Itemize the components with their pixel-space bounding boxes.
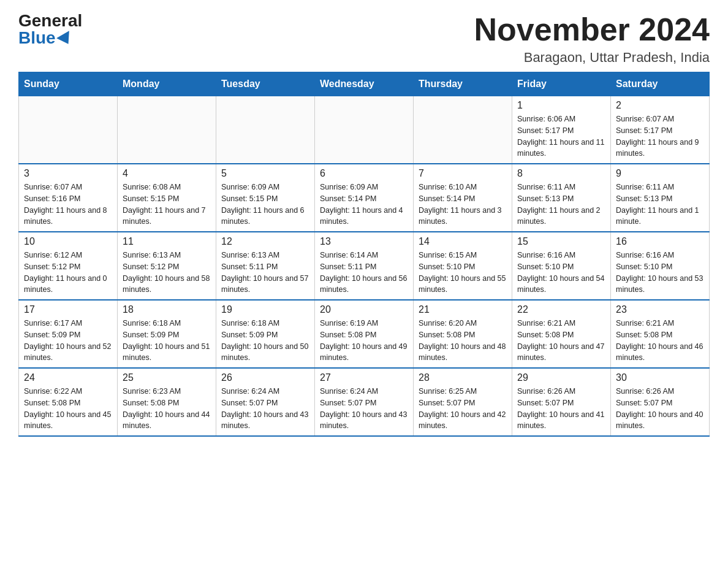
day-info: Sunrise: 6:24 AMSunset: 5:07 PMDaylight:…	[221, 386, 309, 432]
day-info: Sunrise: 6:09 AMSunset: 5:14 PMDaylight:…	[320, 182, 408, 228]
day-number: 26	[221, 372, 309, 383]
logo-general-text: General	[18, 12, 82, 29]
calendar-cell: 20Sunrise: 6:19 AMSunset: 5:08 PMDayligh…	[315, 300, 414, 368]
day-number: 18	[123, 304, 211, 315]
calendar-week-row: 10Sunrise: 6:12 AMSunset: 5:12 PMDayligh…	[19, 232, 710, 300]
calendar-cell	[315, 96, 414, 164]
calendar-cell: 13Sunrise: 6:14 AMSunset: 5:11 PMDayligh…	[315, 232, 414, 300]
calendar-cell: 24Sunrise: 6:22 AMSunset: 5:08 PMDayligh…	[19, 368, 118, 436]
calendar-week-row: 3Sunrise: 6:07 AMSunset: 5:16 PMDaylight…	[19, 164, 710, 232]
day-number: 3	[24, 168, 112, 179]
day-number: 13	[320, 236, 408, 247]
day-info: Sunrise: 6:13 AMSunset: 5:11 PMDaylight:…	[221, 250, 309, 296]
calendar-cell: 12Sunrise: 6:13 AMSunset: 5:11 PMDayligh…	[216, 232, 315, 300]
calendar-cell: 21Sunrise: 6:20 AMSunset: 5:08 PMDayligh…	[414, 300, 512, 368]
day-number: 14	[419, 236, 507, 247]
day-info: Sunrise: 6:26 AMSunset: 5:07 PMDaylight:…	[517, 386, 605, 432]
calendar-cell: 4Sunrise: 6:08 AMSunset: 5:15 PMDaylight…	[118, 164, 216, 232]
calendar-cell	[19, 96, 118, 164]
calendar-cell: 7Sunrise: 6:10 AMSunset: 5:14 PMDaylight…	[414, 164, 512, 232]
day-info: Sunrise: 6:23 AMSunset: 5:08 PMDaylight:…	[123, 386, 211, 432]
calendar-week-row: 1Sunrise: 6:06 AMSunset: 5:17 PMDaylight…	[19, 96, 710, 164]
day-info: Sunrise: 6:25 AMSunset: 5:07 PMDaylight:…	[419, 386, 507, 432]
calendar-cell: 14Sunrise: 6:15 AMSunset: 5:10 PMDayligh…	[414, 232, 512, 300]
day-number: 8	[517, 168, 605, 179]
day-number: 7	[419, 168, 507, 179]
day-number: 17	[24, 304, 112, 315]
day-number: 16	[616, 236, 704, 247]
weekday-header-monday: Monday	[118, 72, 216, 96]
calendar-cell: 18Sunrise: 6:18 AMSunset: 5:09 PMDayligh…	[118, 300, 216, 368]
day-number: 9	[616, 168, 704, 179]
calendar-cell: 30Sunrise: 6:26 AMSunset: 5:07 PMDayligh…	[611, 368, 710, 436]
day-info: Sunrise: 6:09 AMSunset: 5:15 PMDaylight:…	[221, 182, 309, 228]
day-info: Sunrise: 6:11 AMSunset: 5:13 PMDaylight:…	[616, 182, 704, 228]
calendar-week-row: 24Sunrise: 6:22 AMSunset: 5:08 PMDayligh…	[19, 368, 710, 436]
calendar-cell: 5Sunrise: 6:09 AMSunset: 5:15 PMDaylight…	[216, 164, 315, 232]
day-info: Sunrise: 6:10 AMSunset: 5:14 PMDaylight:…	[419, 182, 507, 228]
calendar-cell: 16Sunrise: 6:16 AMSunset: 5:10 PMDayligh…	[611, 232, 710, 300]
day-number: 2	[616, 100, 704, 111]
day-number: 19	[221, 304, 309, 315]
day-info: Sunrise: 6:22 AMSunset: 5:08 PMDaylight:…	[24, 386, 112, 432]
weekday-header-tuesday: Tuesday	[216, 72, 315, 96]
weekday-header-sunday: Sunday	[19, 72, 118, 96]
calendar-cell: 15Sunrise: 6:16 AMSunset: 5:10 PMDayligh…	[512, 232, 611, 300]
calendar-cell: 17Sunrise: 6:17 AMSunset: 5:09 PMDayligh…	[19, 300, 118, 368]
calendar-cell: 19Sunrise: 6:18 AMSunset: 5:09 PMDayligh…	[216, 300, 315, 368]
calendar-table: SundayMondayTuesdayWednesdayThursdayFrid…	[18, 72, 710, 437]
day-info: Sunrise: 6:11 AMSunset: 5:13 PMDaylight:…	[517, 182, 605, 228]
day-number: 25	[123, 372, 211, 383]
day-info: Sunrise: 6:19 AMSunset: 5:08 PMDaylight:…	[320, 318, 408, 364]
day-number: 21	[419, 304, 507, 315]
weekday-header-saturday: Saturday	[611, 72, 710, 96]
day-info: Sunrise: 6:13 AMSunset: 5:12 PMDaylight:…	[123, 250, 211, 296]
day-number: 23	[616, 304, 704, 315]
calendar-cell: 6Sunrise: 6:09 AMSunset: 5:14 PMDaylight…	[315, 164, 414, 232]
day-number: 10	[24, 236, 112, 247]
day-number: 22	[517, 304, 605, 315]
weekday-header-wednesday: Wednesday	[315, 72, 414, 96]
calendar-cell: 22Sunrise: 6:21 AMSunset: 5:08 PMDayligh…	[512, 300, 611, 368]
day-info: Sunrise: 6:16 AMSunset: 5:10 PMDaylight:…	[517, 250, 605, 296]
day-number: 4	[123, 168, 211, 179]
calendar-cell	[414, 96, 512, 164]
calendar-cell: 10Sunrise: 6:12 AMSunset: 5:12 PMDayligh…	[19, 232, 118, 300]
day-info: Sunrise: 6:26 AMSunset: 5:07 PMDaylight:…	[616, 386, 704, 432]
day-number: 6	[320, 168, 408, 179]
page-subtitle: Baragaon, Uttar Pradesh, India	[474, 50, 710, 66]
calendar-cell: 11Sunrise: 6:13 AMSunset: 5:12 PMDayligh…	[118, 232, 216, 300]
day-number: 20	[320, 304, 408, 315]
day-number: 24	[24, 372, 112, 383]
day-number: 11	[123, 236, 211, 247]
calendar-cell: 2Sunrise: 6:07 AMSunset: 5:17 PMDaylight…	[611, 96, 710, 164]
day-number: 27	[320, 372, 408, 383]
logo-triangle-icon	[56, 31, 75, 48]
day-info: Sunrise: 6:07 AMSunset: 5:17 PMDaylight:…	[616, 113, 704, 159]
weekday-header-friday: Friday	[512, 72, 611, 96]
calendar-cell	[216, 96, 315, 164]
calendar-cell: 29Sunrise: 6:26 AMSunset: 5:07 PMDayligh…	[512, 368, 611, 436]
calendar-week-row: 17Sunrise: 6:17 AMSunset: 5:09 PMDayligh…	[19, 300, 710, 368]
calendar-cell	[118, 96, 216, 164]
calendar-cell: 1Sunrise: 6:06 AMSunset: 5:17 PMDaylight…	[512, 96, 611, 164]
day-info: Sunrise: 6:16 AMSunset: 5:10 PMDaylight:…	[616, 250, 704, 296]
logo-blue-text: Blue	[18, 29, 73, 47]
day-number: 30	[616, 372, 704, 383]
calendar-cell: 28Sunrise: 6:25 AMSunset: 5:07 PMDayligh…	[414, 368, 512, 436]
day-info: Sunrise: 6:24 AMSunset: 5:07 PMDaylight:…	[320, 386, 408, 432]
day-info: Sunrise: 6:17 AMSunset: 5:09 PMDaylight:…	[24, 318, 112, 364]
logo: General Blue	[18, 12, 82, 47]
day-number: 12	[221, 236, 309, 247]
calendar-header: SundayMondayTuesdayWednesdayThursdayFrid…	[19, 72, 710, 96]
calendar-cell: 8Sunrise: 6:11 AMSunset: 5:13 PMDaylight…	[512, 164, 611, 232]
calendar-cell: 25Sunrise: 6:23 AMSunset: 5:08 PMDayligh…	[118, 368, 216, 436]
day-number: 5	[221, 168, 309, 179]
calendar-body: 1Sunrise: 6:06 AMSunset: 5:17 PMDaylight…	[19, 96, 710, 437]
day-info: Sunrise: 6:14 AMSunset: 5:11 PMDaylight:…	[320, 250, 408, 296]
day-info: Sunrise: 6:18 AMSunset: 5:09 PMDaylight:…	[221, 318, 309, 364]
day-info: Sunrise: 6:06 AMSunset: 5:17 PMDaylight:…	[517, 113, 605, 159]
calendar-cell: 23Sunrise: 6:21 AMSunset: 5:08 PMDayligh…	[611, 300, 710, 368]
title-block: November 2024 Baragaon, Uttar Pradesh, I…	[474, 12, 710, 66]
day-info: Sunrise: 6:07 AMSunset: 5:16 PMDaylight:…	[24, 182, 112, 228]
